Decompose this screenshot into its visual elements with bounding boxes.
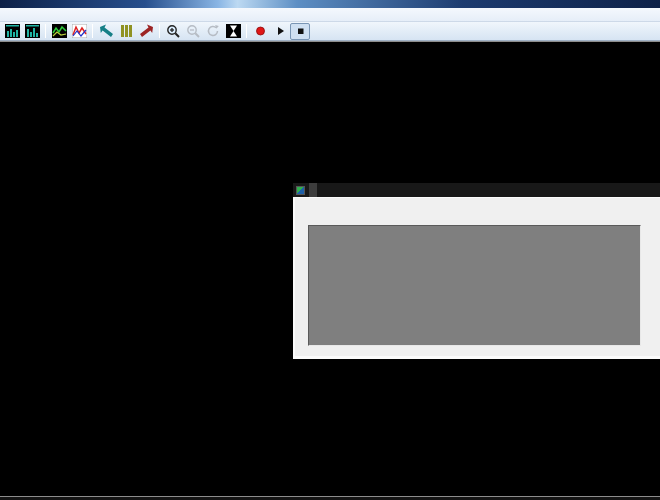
freq-header-row	[308, 207, 640, 221]
toolbar-separator	[45, 24, 46, 38]
zoom-reset-icon	[203, 23, 223, 40]
reverberation-dialog	[293, 183, 660, 359]
menu-window[interactable]	[36, 8, 54, 22]
window-titlebar[interactable]	[0, 0, 660, 8]
band-display-1-icon[interactable]	[2, 23, 22, 40]
menu-help[interactable]	[54, 8, 72, 22]
background-window-title	[309, 183, 317, 197]
spectrogram-icon[interactable]	[49, 23, 69, 40]
zoom-in-icon[interactable]	[163, 23, 183, 40]
toolbar-separator	[246, 24, 247, 38]
play-icon[interactable]	[270, 23, 290, 40]
dialog-icon	[296, 186, 305, 195]
dialog-body	[293, 197, 660, 359]
octave-bars-icon[interactable]	[116, 23, 136, 40]
teal-arrow-left-icon[interactable]	[96, 23, 116, 40]
results-panel	[308, 225, 641, 346]
red-arrow-right-icon[interactable]	[136, 23, 156, 40]
dialog-titlebar[interactable]	[293, 183, 660, 197]
zoom-out-icon	[183, 23, 203, 40]
header-spacer	[308, 207, 360, 221]
menu-setup[interactable]	[18, 8, 36, 22]
playback-cursor-line[interactable]	[0, 42, 2, 496]
spectrum-curves-icon[interactable]	[69, 23, 89, 40]
toolbar	[0, 22, 660, 41]
stop-icon[interactable]	[290, 23, 310, 40]
menu-bar	[0, 8, 660, 22]
app-window	[0, 0, 660, 500]
toolbar-separator	[92, 24, 93, 38]
menu-process[interactable]	[0, 8, 18, 22]
toolbar-separator	[159, 24, 160, 38]
record-icon[interactable]	[250, 23, 270, 40]
hourglass-range-icon[interactable]	[223, 23, 243, 40]
band-display-2-icon[interactable]	[22, 23, 42, 40]
